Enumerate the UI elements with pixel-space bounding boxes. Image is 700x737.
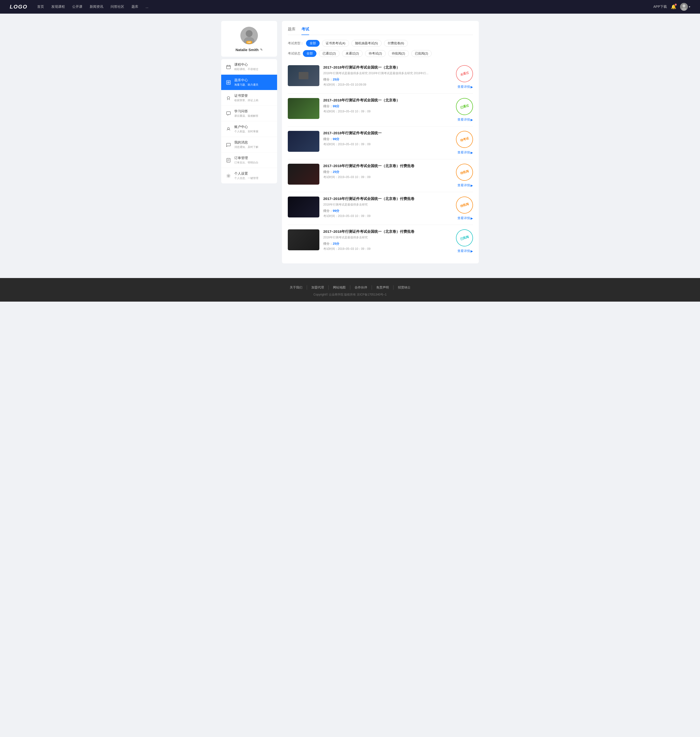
nav-item-open[interactable]: 公开课 (72, 4, 82, 9)
sidebar-item-label: 课程中心 (234, 62, 258, 67)
exam-desc: 2018年行测考试是最值得多去研究 (323, 236, 440, 240)
exam-actions: 已通过 查看详情 ▶ (451, 98, 473, 122)
sidebar-item-course-center[interactable]: 课程中心 精彩课程、不容错过 (221, 59, 277, 75)
exam-list: 2017–2018年行测证件考试全国统一（北京卷） 2018年行测考试是最值得多… (288, 61, 473, 258)
profile-edit-icon[interactable]: ✎ (260, 48, 263, 52)
exam-list-item: 2017–2018年行测证件考试全国统一（北京卷）付费批卷 2018年行测考试是… (288, 225, 473, 258)
filter-status-failed[interactable]: 未通过(2) (342, 50, 363, 57)
exam-actions: 已批阅 查看详情 ▶ (451, 229, 473, 253)
view-detail-button[interactable]: 查看详情 ▶ (457, 150, 473, 155)
exam-actions: 待考试 查看详情 ▶ (451, 131, 473, 155)
svg-point-14 (227, 97, 230, 99)
exam-list-item: 2017–2018年行测证件考试全国统一 得分：99分 考试时间：2019–05… (288, 127, 473, 159)
sidebar-item-label: 账户中心 (234, 125, 258, 129)
medal-icon (225, 95, 231, 101)
exam-status-stamp: 待批阅 (454, 162, 475, 183)
sidebar-item-label: 题库中心 (234, 78, 258, 83)
nav-item-home[interactable]: 首页 (37, 4, 44, 9)
view-detail-button[interactable]: 查看详情 ▶ (457, 85, 473, 89)
sidebar-item-account[interactable]: 账户中心 个人权益、实时掌握 (221, 121, 277, 137)
exam-list-item: 2017–2018年行测证件考试全国统一（北京卷） 得分：99分 考试时间：20… (288, 94, 473, 127)
exam-time: 考试时间：2019–05–03 10：09：09 (323, 247, 447, 251)
avatar (680, 3, 688, 11)
sidebar-item-certificate[interactable]: 证书荣誉 收获荣誉、持证上岗 (221, 90, 277, 106)
page-container: VIP Natalie Smith ✎ 课程中心 精彩课程、不容错过 (216, 13, 484, 278)
navbar: LOGO 首页 发现课程 公开课 新闻资讯 问答社区 题库 ... APP下载 … (0, 0, 700, 13)
footer-link-5[interactable]: 招贤纳士 (394, 285, 415, 290)
filter-btn-paid-review[interactable]: 付费批卷(6) (384, 40, 408, 47)
sidebar-item-question-bank[interactable]: 题库中心 海量习题、助力通关 (221, 75, 277, 90)
nav-item-bank[interactable]: 题库 (131, 4, 138, 9)
nav-item-qa[interactable]: 问答社区 (110, 4, 124, 9)
profile-name-container: Natalie Smith ✎ (235, 48, 263, 52)
view-detail-button[interactable]: 查看详情 ▶ (457, 118, 473, 122)
sidebar-text: 我的消息 消息通知、及时了解 (234, 140, 258, 149)
exam-info: 2017–2018年行测证件考试全国统一（北京卷）付费批卷 得分：25分 考试时… (323, 164, 447, 179)
filter-btn-cert-exam[interactable]: 证书类考试(4) (322, 40, 349, 47)
app-download-link[interactable]: APP下载 (653, 4, 667, 9)
exam-score: 得分：99分 (323, 209, 447, 213)
settings-icon (225, 173, 231, 179)
filter-status-all[interactable]: 全部 (303, 50, 316, 57)
exam-thumbnail (288, 196, 319, 217)
arrow-right-icon: ▶ (471, 184, 473, 187)
notification-bell-button[interactable]: 🔔 (671, 4, 676, 9)
exam-score-value: 99分 (333, 137, 339, 141)
sidebar-item-desc: 消息通知、及时了解 (234, 145, 258, 149)
footer-link-2[interactable]: 网站地图 (329, 285, 350, 290)
exam-status-filter-label: 考试状态 (288, 51, 300, 56)
calendar-icon (225, 64, 231, 70)
navbar-logo[interactable]: LOGO (10, 4, 28, 10)
exam-actions: 待批阅 查看详情 ▶ (451, 164, 473, 187)
footer-links: 关于我们加盟代理网站地图合作伙伴免责声明招贤纳士 (5, 285, 695, 290)
main-content: 题库 考试 考试类型： 全部 证书类考试(4) 随机抽题考试(5) 付费批卷(6… (282, 21, 479, 264)
filter-status-passed[interactable]: 已通过(2) (319, 50, 340, 57)
filter-btn-random-exam[interactable]: 随机抽题考试(5) (351, 40, 382, 47)
sidebar-item-orders[interactable]: 订单管理 订单支出、明明白白 (221, 152, 277, 168)
sidebar-item-study-qa[interactable]: 学习问答 课后重温、疑难解答 (221, 106, 277, 121)
sidebar-nav: 课程中心 精彩课程、不容错过 题库中心 海量习题、助力通关 证书荣誉 (221, 59, 277, 183)
sidebar-item-label: 个人设置 (234, 171, 258, 176)
user-avatar-button[interactable]: ▾ (680, 3, 690, 11)
exam-title: 2017–2018年行测证件考试全国统一（北京卷）付费批卷 (323, 196, 447, 201)
svg-point-21 (228, 175, 229, 177)
filter-btn-all-type[interactable]: 全部 (306, 40, 320, 47)
sidebar-item-settings[interactable]: 个人设置 个人信息、一键管理 (221, 168, 277, 183)
footer-link-1[interactable]: 加盟代理 (307, 285, 329, 290)
exam-time: 考试时间：2019–05–03 10：09：09 (323, 175, 447, 179)
sidebar-item-desc: 海量习题、助力通关 (234, 83, 258, 87)
exam-time: 考试时间：2019–05–03 10：09：09 (323, 142, 447, 146)
filter-status-reviewed[interactable]: 已批阅(2) (411, 50, 432, 57)
notification-dot (675, 4, 676, 6)
svg-rect-15 (226, 112, 231, 115)
view-detail-button[interactable]: 查看详情 ▶ (457, 183, 473, 187)
account-icon (225, 126, 231, 132)
exam-title: 2017–2018年行测证件考试全国统一 (323, 131, 447, 136)
exam-thumbnail (288, 164, 319, 184)
exam-title: 2017–2018年行测证件考试全国统一（北京卷）付费批卷 (323, 164, 447, 168)
exam-score-value: 25分 (333, 170, 339, 174)
tab-question-bank[interactable]: 题库 (288, 27, 296, 35)
exam-status-stamp: 已通过 (454, 96, 475, 117)
nav-item-more[interactable]: ... (146, 5, 149, 9)
exam-info: 2017–2018年行测证件考试全国统一（北京卷）付费批卷 2018年行测考试是… (323, 229, 447, 251)
sidebar-item-desc: 个人信息、一键管理 (234, 176, 258, 180)
tab-exam[interactable]: 考试 (301, 27, 309, 35)
exam-info: 2017–2018年行测证件考试全国统一（北京卷）付费批卷 2018年行测考试是… (323, 196, 447, 218)
main-tabs: 题库 考试 (288, 27, 473, 35)
exam-status-stamp: 未通过 (454, 63, 475, 84)
nav-item-news[interactable]: 新闻资讯 (90, 4, 103, 9)
nav-item-discover[interactable]: 发现课程 (51, 4, 65, 9)
sidebar-text: 账户中心 个人权益、实时掌握 (234, 125, 258, 133)
exam-desc: 2018年行测考试是最值得多去研究 (323, 203, 440, 207)
exam-thumbnail (288, 65, 319, 86)
view-detail-button[interactable]: 查看详情 ▶ (457, 249, 473, 253)
view-detail-button[interactable]: 查看详情 ▶ (457, 216, 473, 220)
sidebar-text: 证书荣誉 收获荣誉、持证上岗 (234, 94, 258, 102)
footer-link-3[interactable]: 合作伙伴 (350, 285, 372, 290)
filter-status-pending[interactable]: 待考试(2) (365, 50, 386, 57)
footer-link-0[interactable]: 关于我们 (285, 285, 307, 290)
filter-status-pending-review[interactable]: 待批阅(2) (388, 50, 409, 57)
sidebar-item-messages[interactable]: 我的消息 消息通知、及时了解 (221, 137, 277, 152)
footer-link-4[interactable]: 免责声明 (372, 285, 394, 290)
